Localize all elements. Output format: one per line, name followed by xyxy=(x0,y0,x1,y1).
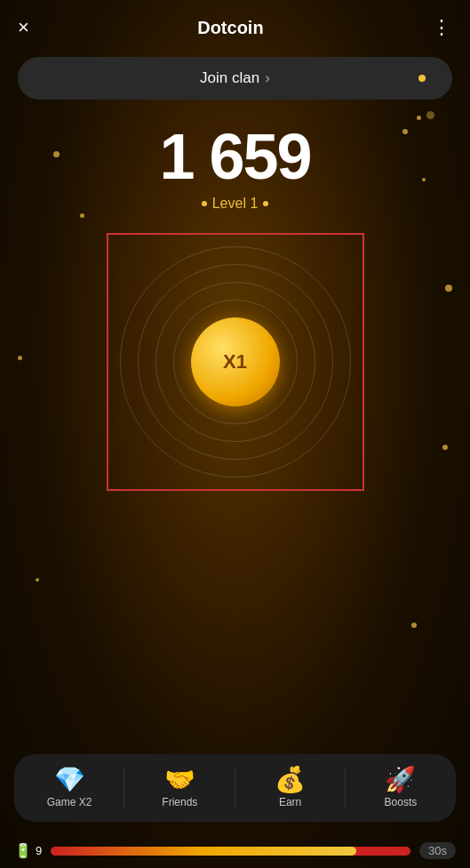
nav-item-earn[interactable]: 💰 Earn xyxy=(235,754,346,822)
header: × Dotcoin ⋮ xyxy=(0,0,470,48)
bottom-nav: 💎 Game X2 🤝 Friends 💰 Earn 🚀 Boosts xyxy=(14,754,456,822)
join-clan-chevron: › xyxy=(265,69,270,87)
score-level: Level 1 xyxy=(0,196,470,212)
boosts-icon: 🚀 xyxy=(385,768,416,792)
timer-badge: 30s xyxy=(419,842,456,859)
score-number: 1 659 xyxy=(0,125,470,189)
friends-icon: 🤝 xyxy=(164,768,195,792)
join-clan-label: Join clan xyxy=(200,69,259,87)
join-clan-button[interactable]: Join clan › xyxy=(18,57,452,100)
nav-item-game-x2[interactable]: 💎 Game X2 xyxy=(14,754,124,822)
coin-tap-area[interactable]: X1 xyxy=(107,233,364,491)
battery-count: 9 xyxy=(36,844,42,857)
nav-label-game-x2: Game X2 xyxy=(47,796,92,808)
nav-item-boosts[interactable]: 🚀 Boosts xyxy=(346,754,456,822)
level-label: Level 1 xyxy=(212,196,259,212)
energy-progress-bar xyxy=(51,847,410,856)
nav-item-friends[interactable]: 🤝 Friends xyxy=(124,754,235,822)
score-section: 1 659 Level 1 xyxy=(0,125,470,212)
game-x2-icon: 💎 xyxy=(54,768,85,792)
join-clan-dot xyxy=(418,75,426,82)
coin-multiplier: X1 xyxy=(223,350,247,374)
nav-label-boosts: Boosts xyxy=(385,796,418,808)
join-clan-wrapper: Join clan › xyxy=(18,57,452,100)
nav-label-friends: Friends xyxy=(162,796,197,808)
energy-progress-fill xyxy=(51,847,356,856)
battery-emoji: 🔋 xyxy=(14,842,32,859)
bottom-bar: 🔋 9 30s xyxy=(14,842,456,859)
coin-button[interactable]: X1 xyxy=(191,317,280,406)
nav-label-earn: Earn xyxy=(279,796,301,808)
close-button[interactable]: × xyxy=(18,18,29,37)
menu-button[interactable]: ⋮ xyxy=(432,16,452,39)
earn-icon: 💰 xyxy=(275,768,306,792)
level-dot-right xyxy=(263,201,268,206)
app-title: Dotcoin xyxy=(197,18,263,38)
level-dot-left xyxy=(202,201,207,206)
battery-indicator: 🔋 9 xyxy=(14,842,42,859)
